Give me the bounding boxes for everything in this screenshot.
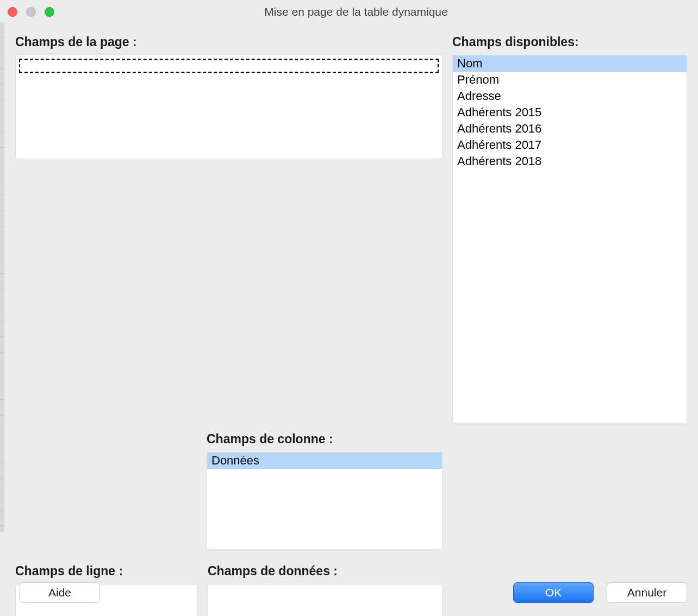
help-button-label: Aide (48, 586, 71, 599)
dialog-button-row: Aide OK Annuler (20, 582, 687, 603)
window-controls (8, 7, 54, 17)
page-fields-label: Champs de la page : (15, 35, 443, 49)
window-title: Mise en page de la table dynamique (54, 5, 658, 18)
column-fields-listbox[interactable]: Données (207, 452, 443, 550)
background-sheet-hint (0, 22, 4, 532)
available-field-item[interactable]: Prénom (453, 72, 687, 88)
available-field-item[interactable]: Adhérents 2016 (453, 121, 687, 137)
column-field-item[interactable]: Données (207, 452, 442, 469)
ok-button[interactable]: OK (513, 582, 594, 603)
available-fields-label: Champs disponibles: (452, 35, 687, 49)
page-fields-listbox[interactable] (15, 55, 443, 159)
row-fields-label: Champs de ligne : (15, 564, 198, 579)
zoom-window-button[interactable] (45, 7, 54, 17)
available-field-item[interactable]: Adresse (453, 88, 687, 104)
ok-button-label: OK (545, 586, 562, 599)
available-field-item[interactable]: Nom (453, 55, 687, 72)
titlebar: Mise en page de la table dynamique (0, 0, 698, 24)
available-field-item[interactable]: Adhérents 2015 (453, 104, 687, 121)
column-fields-label: Champs de colonne : (207, 432, 443, 447)
available-fields-listbox[interactable]: NomPrénomAdresseAdhérents 2015Adhérents … (452, 55, 687, 423)
page-fields-drop-slot[interactable] (19, 59, 439, 73)
cancel-button-label: Annuler (627, 586, 666, 599)
minimize-window-button[interactable] (26, 7, 36, 17)
data-fields-label: Champs de données : (208, 564, 443, 579)
dialog-content: Champs de la page : Champs disponibles: … (4, 24, 698, 616)
close-window-button[interactable] (8, 7, 17, 17)
cancel-button[interactable]: Annuler (607, 582, 687, 603)
help-button[interactable]: Aide (20, 582, 100, 603)
available-field-item[interactable]: Adhérents 2018 (453, 153, 687, 169)
available-field-item[interactable]: Adhérents 2017 (453, 137, 687, 153)
